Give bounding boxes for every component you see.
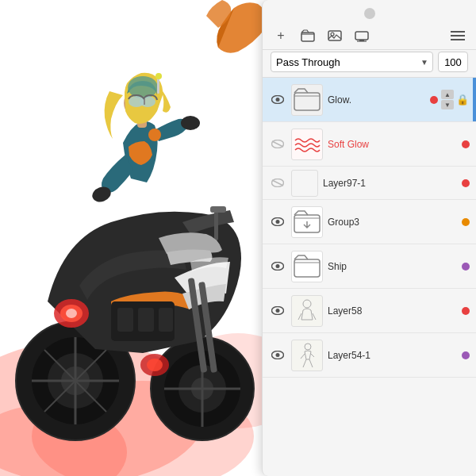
eye-open-icon xyxy=(271,262,284,271)
layer-item[interactable]: Layer58 xyxy=(263,289,476,333)
svg-rect-22 xyxy=(117,308,133,332)
folder-thumb-icon xyxy=(292,85,322,115)
folder-thumb-ship xyxy=(292,251,322,282)
add-layer-button[interactable]: + xyxy=(271,25,291,46)
layer-lock-icon: 🔒 xyxy=(455,93,470,107)
svg-point-67 xyxy=(303,300,311,308)
layer-color-dot xyxy=(462,179,470,187)
display-icon xyxy=(355,29,369,43)
illustration xyxy=(0,0,270,476)
svg-rect-24 xyxy=(159,308,173,332)
layer-name: Group3 xyxy=(328,217,459,228)
layer-color-dot xyxy=(462,263,470,271)
layer-thumbnail xyxy=(291,84,323,116)
layer-item[interactable]: Soft Glow xyxy=(263,122,476,167)
layer-name: Ship xyxy=(328,261,459,272)
visibility-toggle[interactable] xyxy=(269,175,286,192)
layer-item[interactable]: Layer97-1 xyxy=(263,167,476,200)
folder-down-thumb-icon xyxy=(292,207,322,237)
visibility-toggle[interactable] xyxy=(269,91,286,109)
layer-name: Layer97-1 xyxy=(323,178,459,189)
layer-thumbnail xyxy=(291,129,323,160)
svg-point-72 xyxy=(305,344,311,350)
scroll-up-button[interactable]: ▲ xyxy=(441,90,454,99)
layer-color-dot xyxy=(430,96,438,104)
layer-thumbnail xyxy=(291,340,323,371)
svg-line-55 xyxy=(272,141,283,147)
add-icon: + xyxy=(277,29,284,43)
svg-point-39 xyxy=(155,73,162,79)
layer-scroll-buttons: ▲ ▼ xyxy=(441,90,454,109)
opacity-input[interactable] xyxy=(438,52,468,72)
layer-item[interactable]: Layer54-1 xyxy=(263,333,476,378)
layer-info: Layer58 xyxy=(328,305,459,317)
layer-item[interactable]: Ship xyxy=(263,244,476,289)
layer-name: Layer54-1 xyxy=(328,350,459,361)
eye-open-icon xyxy=(271,95,284,104)
visibility-toggle[interactable] xyxy=(269,136,286,153)
menu-icon xyxy=(451,30,465,41)
layer-thumbnail xyxy=(291,251,323,282)
svg-rect-64 xyxy=(294,259,320,277)
svg-point-71 xyxy=(276,353,280,357)
svg-rect-44 xyxy=(328,31,341,40)
svg-point-30 xyxy=(181,116,200,130)
layer-list: Glow. ▲ ▼ 🔒 xyxy=(263,78,476,476)
folder-icon xyxy=(301,29,315,43)
panel-menu-button[interactable] xyxy=(447,25,468,46)
layer-info: Glow. xyxy=(328,94,427,106)
scroll-down-button[interactable]: ▼ xyxy=(441,100,454,109)
layer-item[interactable]: Glow. ▲ ▼ 🔒 xyxy=(263,78,476,122)
layer-info: Group3 xyxy=(328,217,459,228)
layer-item[interactable]: Group3 xyxy=(263,200,476,244)
visibility-toggle[interactable] xyxy=(269,213,286,231)
svg-point-40 xyxy=(148,129,161,141)
softglow-thumb xyxy=(292,129,322,159)
layer-info: Soft Glow xyxy=(328,139,459,150)
image-icon xyxy=(328,29,342,43)
layer58-thumb xyxy=(292,296,322,326)
display-options-button[interactable] xyxy=(351,25,372,46)
layer54-thumb xyxy=(292,340,322,370)
visibility-toggle[interactable] xyxy=(269,347,286,364)
layer-thumbnail xyxy=(291,295,323,327)
svg-rect-38 xyxy=(157,78,159,94)
blend-row: Pass Through Normal Multiply Screen Over… xyxy=(263,50,476,77)
svg-line-76 xyxy=(311,354,314,357)
svg-line-57 xyxy=(272,180,283,186)
svg-line-75 xyxy=(301,354,305,359)
layer-info: Layer97-1 xyxy=(323,178,459,189)
eye-open-icon xyxy=(271,217,284,226)
svg-point-27 xyxy=(66,309,77,318)
svg-point-66 xyxy=(276,309,280,313)
layer-name: Layer58 xyxy=(328,305,459,317)
svg-point-53 xyxy=(276,98,280,102)
svg-point-63 xyxy=(276,264,280,268)
panel-circle xyxy=(364,8,375,19)
import-image-button[interactable] xyxy=(324,25,345,46)
svg-rect-19 xyxy=(214,209,218,240)
toolbar: + xyxy=(263,19,476,49)
layer-color-dot xyxy=(462,307,470,315)
svg-rect-46 xyxy=(355,32,368,40)
svg-line-74 xyxy=(309,359,313,367)
layer-info: Ship xyxy=(328,261,459,272)
svg-point-45 xyxy=(331,33,334,36)
new-folder-button[interactable] xyxy=(298,25,318,46)
visibility-toggle[interactable] xyxy=(269,258,286,275)
eye-closed-icon xyxy=(271,140,284,148)
blend-mode-select-wrap[interactable]: Pass Through Normal Multiply Screen Over… xyxy=(271,52,433,72)
layer-color-dot xyxy=(462,140,470,148)
svg-line-69 xyxy=(313,313,316,320)
layer-info: Layer54-1 xyxy=(328,350,459,361)
layer-name: Soft Glow xyxy=(328,139,459,150)
svg-rect-23 xyxy=(138,308,154,332)
svg-rect-20 xyxy=(210,206,226,213)
eye-closed-icon xyxy=(271,178,284,187)
blend-mode-select[interactable]: Pass Through Normal Multiply Screen Over… xyxy=(271,52,433,72)
svg-line-68 xyxy=(298,313,301,320)
layer-name: Glow. xyxy=(328,94,427,106)
svg-line-73 xyxy=(303,359,306,367)
visibility-toggle[interactable] xyxy=(269,302,286,320)
layer-thumbnail xyxy=(291,170,318,197)
